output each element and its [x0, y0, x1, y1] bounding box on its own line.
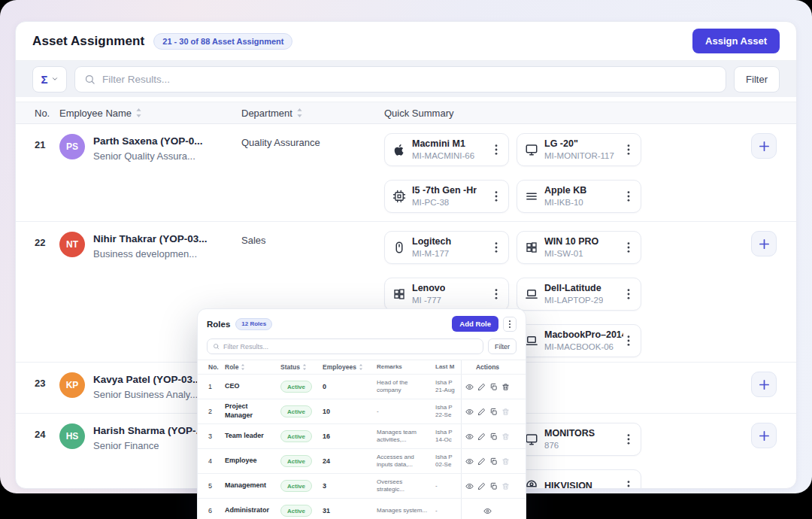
sort-icon[interactable] — [241, 364, 245, 370]
asset-card[interactable]: Macmini M1MI-MACMINI-66 — [384, 133, 509, 166]
asset-card[interactable]: MacbookPro–2014MI-MACBOOK-06 — [517, 324, 641, 357]
duplicate-icon[interactable] — [489, 432, 498, 441]
column-header-employee[interactable]: Employee Name — [59, 108, 241, 119]
delete-icon[interactable] — [501, 408, 510, 416]
panel-header: Asset Assignment 21 - 30 of 88 Asset Ass… — [16, 22, 796, 61]
view-icon[interactable] — [465, 432, 474, 441]
delete-icon[interactable] — [501, 457, 510, 466]
delete-icon[interactable] — [501, 482, 510, 490]
table-header-row: No. Employee Name Department Quick Summa… — [16, 102, 796, 124]
roles-filter-button[interactable]: Filter — [488, 338, 517, 354]
roles-column-employees[interactable]: Employees — [323, 363, 377, 371]
plus-icon — [759, 141, 770, 152]
role-name: Employee — [225, 457, 280, 466]
add-asset-button[interactable] — [751, 423, 777, 448]
role-remarks: - — [377, 408, 435, 415]
employee-title: Senior Finance — [93, 440, 159, 451]
column-header-label: Status — [280, 363, 300, 371]
view-icon[interactable] — [465, 408, 474, 416]
status-badge: Active — [280, 480, 312, 492]
duplicate-icon[interactable] — [489, 482, 498, 490]
delete-icon[interactable] — [501, 432, 510, 441]
asset-card[interactable]: HIKVISION — [517, 469, 641, 489]
view-icon[interactable] — [483, 507, 492, 515]
kebab-menu-icon[interactable] — [623, 144, 634, 156]
edit-icon[interactable] — [477, 482, 486, 490]
sort-icon[interactable] — [296, 108, 303, 117]
asset-code: MI-SW-01 — [544, 248, 598, 260]
plus-icon — [759, 379, 770, 390]
roles-menu-button[interactable] — [503, 317, 517, 332]
asset-name: LG -20" — [544, 138, 614, 150]
kebab-menu-icon[interactable] — [491, 190, 501, 202]
employee-name: Parth Saxena (YOP-0... — [93, 135, 203, 147]
role-name: CEO — [225, 382, 280, 391]
cpu-icon — [392, 190, 406, 203]
role-last-modified: Isha P22-Se — [435, 404, 461, 420]
asset-card[interactable]: WIN 10 PROMI-SW-01 — [517, 231, 641, 264]
role-employees: 16 — [323, 432, 377, 440]
asset-card[interactable]: Apple KBMI-IKB-10 — [517, 180, 641, 213]
row-number: 23 — [16, 363, 59, 413]
asset-card[interactable]: Dell-LatitudeMI-LAPTOP-29 — [517, 278, 641, 311]
modified-date: 02-Se — [435, 461, 461, 469]
asset-card[interactable]: MONITORS876 — [517, 423, 641, 456]
asset-code: MI-MACMINI-66 — [412, 150, 474, 162]
sort-icon[interactable] — [135, 108, 142, 117]
role-remarks: Head of the company — [377, 379, 435, 395]
column-header-department[interactable]: Department — [241, 108, 384, 119]
edit-icon[interactable] — [477, 383, 486, 391]
row-number: 24 — [16, 414, 59, 489]
filter-toolbar: Σ Filter — [16, 61, 796, 97]
edit-icon[interactable] — [477, 408, 486, 416]
add-asset-button[interactable] — [751, 231, 777, 256]
kebab-menu-icon[interactable] — [623, 433, 634, 445]
kebab-menu-icon[interactable] — [623, 190, 634, 202]
roles-column-role[interactable]: Role — [225, 363, 280, 371]
modified-date: 21-Aug — [435, 387, 461, 394]
search-field[interactable] — [74, 66, 726, 93]
sort-icon[interactable] — [359, 364, 363, 370]
role-last-modified: Isha P14-Oc — [435, 429, 461, 445]
duplicate-icon[interactable] — [489, 383, 498, 391]
kebab-menu-icon[interactable] — [491, 241, 501, 253]
duplicate-icon[interactable] — [489, 408, 498, 416]
roles-search-field[interactable] — [207, 338, 483, 354]
role-name: Project Manager — [225, 402, 280, 420]
add-asset-button[interactable] — [751, 372, 777, 397]
search-input[interactable] — [102, 74, 717, 85]
modified-by: Isha P — [435, 454, 453, 460]
view-icon[interactable] — [465, 383, 474, 391]
employee-title: Senior Business Analy... — [93, 389, 198, 400]
asset-card[interactable]: LG -20"MI-MONITOR-117 — [517, 133, 641, 166]
view-icon[interactable] — [465, 482, 474, 490]
add-asset-button[interactable] — [751, 133, 777, 159]
asset-name: Macmini M1 — [412, 138, 474, 150]
sigma-dropdown-button[interactable]: Σ — [32, 66, 67, 93]
roles-column-status[interactable]: Status — [280, 363, 323, 371]
kebab-menu-icon[interactable] — [491, 288, 501, 300]
assign-asset-button[interactable]: Assign Asset — [692, 29, 780, 53]
view-icon[interactable] — [465, 457, 474, 466]
asset-card[interactable]: LogitechMI-M-177 — [384, 231, 509, 264]
apple-icon — [392, 143, 406, 156]
sigma-icon: Σ — [41, 73, 47, 86]
edit-icon[interactable] — [477, 432, 486, 441]
edit-icon[interactable] — [477, 457, 486, 466]
kebab-menu-icon[interactable] — [623, 241, 634, 253]
modified-date: 22-Se — [435, 411, 461, 419]
monitor-icon — [525, 432, 538, 446]
windows-icon — [392, 287, 406, 301]
kebab-menu-icon[interactable] — [623, 288, 634, 300]
asset-card[interactable]: LenovoMI -777 — [384, 278, 509, 311]
add-role-button[interactable]: Add Role — [452, 316, 498, 332]
kebab-menu-icon[interactable] — [623, 335, 634, 347]
filter-button[interactable]: Filter — [734, 66, 780, 93]
duplicate-icon[interactable] — [489, 457, 498, 466]
delete-icon[interactable] — [501, 383, 510, 391]
kebab-menu-icon[interactable] — [491, 144, 501, 156]
kebab-menu-icon[interactable] — [623, 480, 634, 489]
asset-card[interactable]: I5 -7th Gen -HrMI-PC-38 — [384, 180, 509, 213]
roles-search-input[interactable] — [223, 343, 477, 351]
sort-icon[interactable] — [302, 364, 307, 370]
